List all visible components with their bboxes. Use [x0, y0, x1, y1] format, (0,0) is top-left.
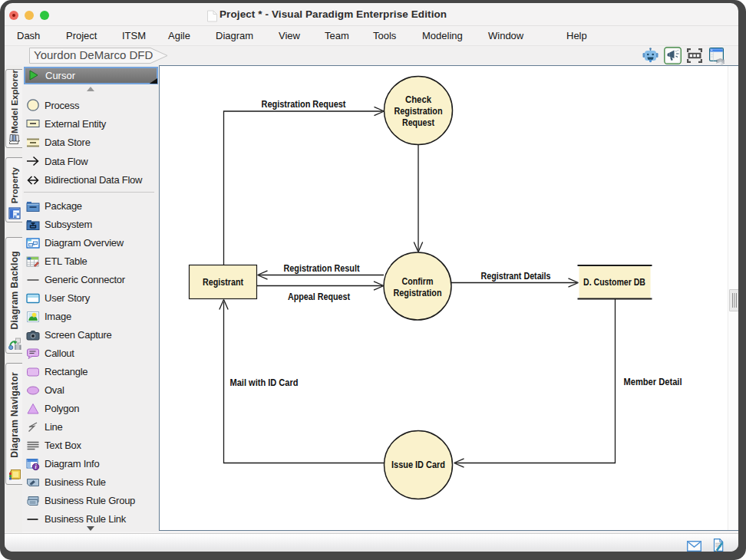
- svg-text:Issue ID Card: Issue ID Card: [391, 460, 445, 470]
- svg-text:Registration: Registration: [394, 288, 442, 298]
- svg-text:Member Detail: Member Detail: [624, 377, 682, 387]
- svg-text:Registration Request: Registration Request: [262, 99, 346, 110]
- svg-text:Check: Check: [405, 94, 431, 105]
- svg-text:Confirm: Confirm: [402, 276, 434, 287]
- svg-text:Registrant Details: Registrant Details: [481, 271, 551, 282]
- svg-text:D. Customer DB: D. Customer DB: [583, 277, 645, 288]
- svg-text:Mail with ID Card: Mail with ID Card: [230, 377, 299, 388]
- svg-text:Registration: Registration: [394, 106, 443, 117]
- svg-text:Registrant: Registrant: [203, 277, 243, 288]
- svg-text:Registration Result: Registration Result: [284, 263, 360, 274]
- svg-text:Appeal Request: Appeal Request: [288, 292, 350, 302]
- svg-text:Request: Request: [402, 117, 434, 128]
